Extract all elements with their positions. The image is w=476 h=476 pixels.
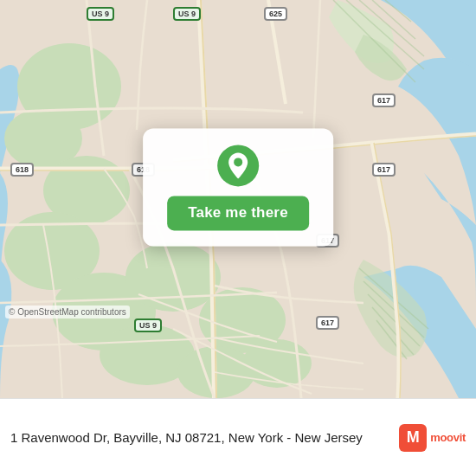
moovit-logo-letter: M — [399, 424, 427, 452]
moovit-logo: M moovit — [399, 424, 466, 452]
take-me-there-button[interactable]: Take me there — [167, 196, 309, 230]
svg-point-28 — [234, 158, 242, 166]
route-shield-us9-bottom: US 9 — [134, 318, 162, 332]
map-attribution: © OpenStreetMap contributors — [5, 306, 130, 318]
moovit-logo-text: moovit — [430, 431, 466, 444]
route-shield-617-1: 617 — [372, 93, 396, 107]
route-shield-617-2: 617 — [372, 163, 396, 177]
route-shield-618-1: 618 — [10, 163, 34, 177]
svg-point-22 — [125, 242, 221, 312]
route-shield-617-4: 617 — [316, 316, 339, 330]
map-card: Take me there — [143, 128, 333, 246]
route-shield-625: 625 — [264, 7, 287, 21]
address-text: 1 Ravenwood Dr, Bayville, NJ 08721, New … — [10, 428, 390, 447]
info-bar: 1 Ravenwood Dr, Bayville, NJ 08721, New … — [0, 398, 476, 476]
route-shield-us9-left: US 9 — [87, 7, 114, 21]
location-pin-icon — [216, 144, 260, 187]
map-container: US 9 US 9 625 617 617 617 617 618 618 US… — [0, 0, 476, 398]
route-shield-us9-top: US 9 — [173, 7, 201, 21]
